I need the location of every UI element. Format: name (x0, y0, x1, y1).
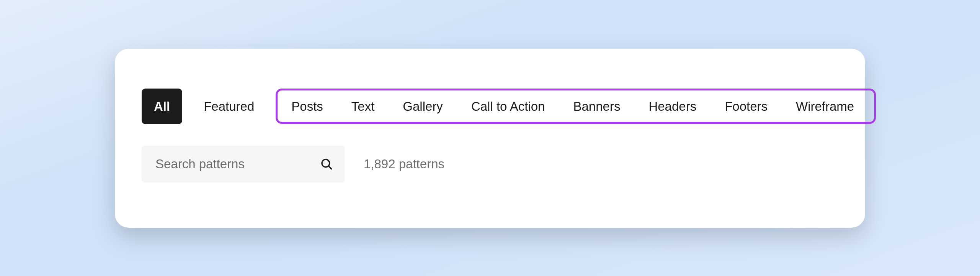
filter-row: All Featured Posts Text Gallery Call to … (142, 89, 838, 124)
search-row: 1,892 patterns (142, 146, 838, 182)
filter-chip-call-to-action[interactable]: Call to Action (461, 93, 555, 120)
svg-line-1 (328, 166, 332, 169)
filter-chip-text[interactable]: Text (341, 93, 385, 120)
search-input[interactable] (155, 157, 320, 171)
filter-chip-all[interactable]: All (142, 89, 182, 124)
filter-chip-footers[interactable]: Footers (715, 93, 777, 120)
filter-chip-featured[interactable]: Featured (192, 92, 266, 120)
search-box[interactable] (142, 146, 345, 182)
filter-chip-wireframe[interactable]: Wireframe (786, 93, 864, 120)
search-icon (320, 158, 333, 171)
filter-chip-banners[interactable]: Banners (563, 93, 630, 120)
filter-highlight-group: Posts Text Gallery Call to Action Banner… (276, 89, 876, 124)
filter-chip-headers[interactable]: Headers (639, 93, 706, 120)
patterns-card: All Featured Posts Text Gallery Call to … (115, 49, 865, 228)
results-count: 1,892 patterns (364, 157, 444, 171)
filter-chip-gallery[interactable]: Gallery (393, 93, 453, 120)
filter-chip-posts[interactable]: Posts (281, 93, 333, 120)
